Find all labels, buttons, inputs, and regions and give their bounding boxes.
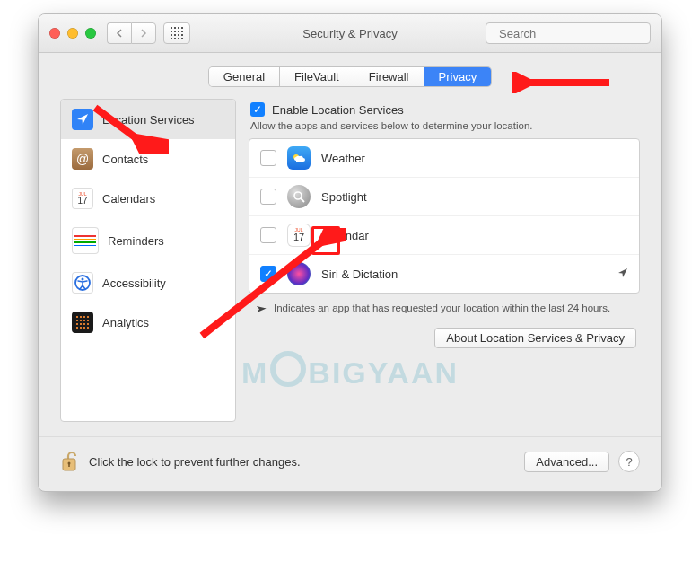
spotlight-icon [287, 185, 311, 208]
forward-button[interactable] [131, 22, 156, 44]
location-indicator-note: Indicates an app that has requested your… [249, 294, 640, 320]
lock-button[interactable] [60, 450, 80, 473]
about-location-button[interactable]: About Location Services & Privacy [434, 328, 636, 348]
analytics-icon [72, 312, 93, 333]
app-label: Siri & Dictation [321, 268, 607, 281]
search-field[interactable] [486, 22, 651, 44]
tab-bar: General FileVault Firewall Privacy [39, 53, 661, 92]
grid-icon [171, 27, 183, 39]
contacts-icon: @ [72, 148, 93, 170]
enable-location-checkbox[interactable]: ✓ [250, 102, 265, 117]
siri-icon [287, 262, 311, 285]
location-indicator-icon [617, 267, 628, 281]
app-label: Calendar [321, 229, 628, 242]
search-input[interactable] [497, 26, 652, 41]
preferences-window: Security & Privacy General FileVault Fir… [38, 13, 662, 492]
svg-point-5 [294, 192, 302, 199]
location-indicator-icon [250, 301, 267, 319]
sidebar-item-label: Analytics [102, 316, 149, 329]
location-icon [72, 109, 93, 130]
minimize-icon[interactable] [67, 28, 78, 39]
lock-text: Click the lock to prevent further change… [89, 455, 524, 469]
privacy-pane: Location Services @ Contacts JUL 17 Cale… [39, 92, 661, 426]
accessibility-icon [72, 272, 93, 294]
svg-line-6 [301, 198, 304, 202]
app-label: Weather [321, 152, 628, 165]
footer: Click the lock to prevent further change… [39, 436, 661, 491]
sidebar-item-reminders[interactable]: Reminders [61, 218, 235, 263]
privacy-sidebar: Location Services @ Contacts JUL 17 Cale… [60, 99, 236, 422]
enable-location-hint: Allow the apps and services below to det… [249, 118, 640, 138]
list-item[interactable]: ✓ Siri & Dictation [249, 255, 639, 293]
advanced-button[interactable]: Advanced... [524, 452, 609, 472]
sidebar-item-location-services[interactable]: Location Services [61, 100, 235, 139]
sidebar-item-contacts[interactable]: @ Contacts [61, 139, 235, 179]
weather-icon [287, 146, 311, 170]
show-all-button[interactable] [163, 22, 190, 44]
calendar-icon: JUL 17 [72, 188, 93, 209]
sidebar-item-label: Contacts [102, 153, 148, 166]
sidebar-item-label: Calendars [102, 192, 155, 206]
reminders-icon [72, 227, 99, 254]
tab-firewall[interactable]: Firewall [354, 67, 424, 86]
help-button[interactable]: ? [618, 451, 640, 472]
app-checkbox-siri[interactable]: ✓ [260, 266, 276, 282]
chevron-right-icon [140, 29, 147, 38]
sidebar-item-label: Accessibility [102, 276, 166, 290]
tab-filevault[interactable]: FileVault [280, 67, 354, 86]
list-item[interactable]: Spotlight [249, 178, 639, 216]
app-checkbox-calendar[interactable] [260, 227, 276, 243]
list-item[interactable]: Weather [249, 139, 639, 178]
app-checkbox-weather[interactable] [260, 150, 276, 166]
sidebar-item-label: Location Services [102, 113, 195, 127]
list-item[interactable]: JUL 17 Calendar [249, 216, 639, 255]
app-checkbox-spotlight[interactable] [260, 189, 276, 205]
sidebar-item-calendars[interactable]: JUL 17 Calendars [61, 179, 235, 218]
svg-point-3 [82, 278, 84, 281]
sidebar-item-label: Reminders [108, 234, 164, 248]
tab-privacy[interactable]: Privacy [424, 67, 492, 86]
close-icon[interactable] [49, 28, 60, 39]
enable-location-label: Enable Location Services [272, 103, 404, 117]
zoom-icon[interactable] [85, 28, 96, 39]
note-text: Indicates an app that has requested your… [274, 303, 610, 317]
location-services-detail: ✓ Enable Location Services Allow the app… [249, 99, 640, 422]
lock-open-icon [61, 451, 79, 472]
sidebar-item-analytics[interactable]: Analytics [61, 303, 235, 342]
titlebar: Security & Privacy [39, 14, 661, 53]
back-button[interactable] [107, 22, 131, 44]
calendar-icon: JUL 17 [287, 224, 311, 247]
chevron-left-icon [116, 29, 123, 38]
location-apps-list: Weather Spotlight JUL 17 Calendar [249, 138, 640, 294]
sidebar-item-accessibility[interactable]: Accessibility [61, 263, 235, 303]
tab-general[interactable]: General [209, 67, 280, 86]
app-label: Spotlight [321, 190, 628, 204]
svg-rect-9 [68, 463, 70, 467]
